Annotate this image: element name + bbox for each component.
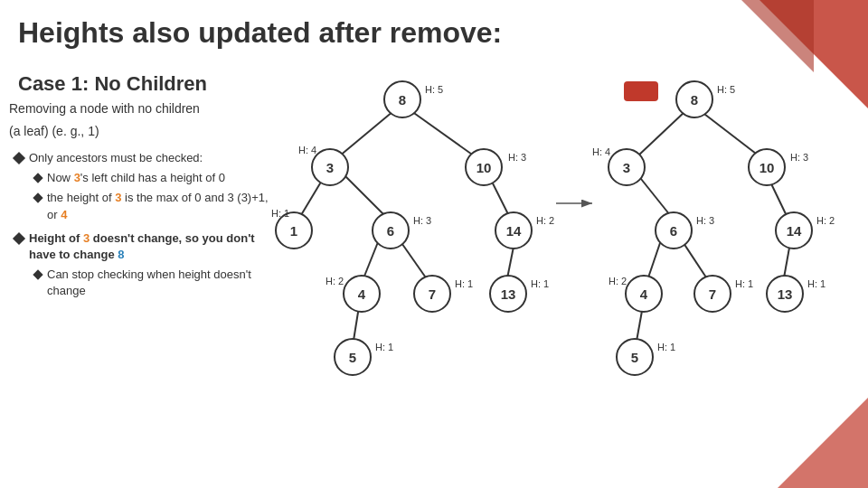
sub-bullet-2-1-text: Can stop checking when height doesn't ch… — [47, 267, 280, 299]
sub-bullet-1-2-text: the height of 3 is the max of 0 and 3 (3… — [47, 190, 280, 222]
trees-container: 8 H: 5 3 H: 4 10 H: 3 1 H: 1 6 H: 3 14 H… — [271, 77, 859, 474]
node-14-right-height: H: 2 — [816, 215, 835, 226]
node-3-right-height: H: 4 — [592, 146, 610, 157]
sub-bullet-2-1: Can stop checking when height doesn't ch… — [9, 267, 280, 299]
node-14-right-label: 14 — [787, 223, 802, 239]
node-3-right-label: 3 — [623, 160, 630, 175]
case-label: Case 1: No Children — [18, 72, 207, 96]
node-8-right-height: H: 5 — [717, 84, 735, 95]
removed-node-indicator — [624, 81, 658, 101]
text-panel: Removing a node with no children (a leaf… — [9, 99, 280, 304]
node-6-right-height: H: 3 — [696, 215, 714, 226]
sub-bullet-1-1: Now 3's left child has a height of 0 — [9, 170, 280, 186]
sub-bullet-diamond-1-2 — [33, 193, 42, 203]
slide-title: Heights also updated after remove: — [18, 16, 502, 50]
edge-8-10-left — [411, 111, 475, 156]
node-8-left-label: 8 — [399, 92, 406, 108]
sub-bullet-diamond-2-1 — [33, 269, 42, 279]
node-6-right-label: 6 — [670, 223, 677, 239]
node-8-left-height: H: 5 — [425, 84, 443, 95]
node-4-left-label: 4 — [358, 286, 366, 302]
description-line2: (a leaf) (e. g., 1) — [9, 122, 280, 141]
node-7-right-label: 7 — [709, 286, 716, 302]
bullet-1: Only ancestors must be checked: Now 3's … — [9, 150, 280, 223]
node-5-right-height: H: 1 — [657, 342, 675, 352]
sub-bullet-1-1-text: Now 3's left child has a height of 0 — [47, 170, 225, 186]
node-3-left-height: H: 4 — [298, 145, 316, 155]
node-5-left-label: 5 — [349, 350, 356, 365]
node-13-right-label: 13 — [778, 286, 793, 302]
node-10-right-label: 10 — [760, 160, 775, 175]
bullet-1-text: Only ancestors must be checked: — [29, 150, 203, 166]
node-13-left-height: H: 1 — [531, 278, 549, 289]
node-13-right-height: H: 1 — [807, 278, 826, 289]
node-6-left-label: 6 — [387, 223, 394, 239]
slide: Heights also updated after remove: Case … — [0, 0, 868, 488]
node-10-left-label: 10 — [476, 160, 492, 175]
node-4-right-label: 4 — [640, 286, 648, 302]
edge-8-3-right — [637, 111, 685, 156]
node-4-left-height: H: 2 — [326, 276, 344, 286]
node-10-right-height: H: 3 — [790, 152, 808, 163]
node-3-left-label: 3 — [326, 160, 334, 175]
bullet-2-text: Height of 3 doesn't change, so you don't… — [29, 230, 280, 263]
bullet-1-header: Only ancestors must be checked: — [9, 150, 280, 166]
bullet-diamond-1 — [13, 152, 25, 164]
edge-8-3-left — [339, 111, 393, 156]
node-7-left-label: 7 — [429, 286, 436, 302]
corner-decoration-top-right-2 — [741, 0, 814, 72]
sub-bullet-1-2: the height of 3 is the max of 0 and 3 (3… — [9, 190, 280, 222]
node-7-right-height: H: 1 — [735, 278, 753, 289]
node-1-left-height: H: 1 — [271, 208, 289, 219]
bullet-2-header: Height of 3 doesn't change, so you don't… — [9, 230, 280, 263]
node-13-left-label: 13 — [501, 286, 516, 302]
node-14-left-label: 14 — [506, 223, 522, 239]
node-4-right-height: H: 2 — [609, 276, 627, 286]
sub-bullet-diamond-1-1 — [33, 174, 42, 183]
bullet-diamond-2 — [13, 232, 25, 245]
bullet-2: Height of 3 doesn't change, so you don't… — [9, 230, 280, 300]
node-14-left-height: H: 2 — [536, 215, 554, 226]
node-10-left-height: H: 3 — [508, 152, 526, 163]
node-5-right-label: 5 — [631, 350, 638, 365]
edge-8-10-right — [701, 111, 760, 156]
edge-3-6-left — [344, 174, 389, 220]
node-6-left-height: H: 3 — [413, 215, 431, 226]
node-5-left-height: H: 1 — [375, 342, 393, 352]
node-7-left-height: H: 1 — [455, 278, 473, 289]
node-1-left-label: 1 — [290, 223, 297, 239]
description-line1: Removing a node with no children — [9, 99, 280, 118]
node-8-right-label: 8 — [691, 92, 698, 108]
trees-svg: 8 H: 5 3 H: 4 10 H: 3 1 H: 1 6 H: 3 14 H… — [271, 77, 859, 474]
